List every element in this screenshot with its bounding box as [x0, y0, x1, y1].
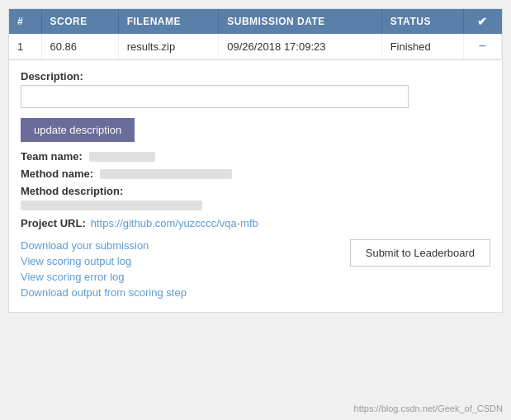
links-col: Download your submission View scoring ou…: [21, 239, 187, 299]
project-url-link[interactable]: https://github.com/yuzcccc/vqa-mfb: [91, 217, 258, 229]
detail-area: Description: update description Team nam…: [9, 59, 502, 312]
col-header-filename: FILENAME: [118, 9, 219, 34]
submissions-table: # SCORE FILENAME SUBMISSION DATE STATUS …: [9, 9, 502, 59]
download-output-link[interactable]: Download output from scoring step: [21, 286, 187, 299]
submit-leaderboard-button[interactable]: Submit to Leaderboard: [350, 239, 490, 267]
row-status: Finished: [381, 34, 463, 59]
method-name-label: Method name:: [21, 168, 93, 180]
description-label: Description:: [21, 70, 490, 83]
actions-row: Download your submission View scoring ou…: [21, 239, 490, 299]
method-description-row: Method description:: [21, 185, 490, 210]
view-scoring-error-link[interactable]: View scoring error log: [21, 271, 187, 283]
description-input[interactable]: [21, 85, 409, 108]
table-row: 1 60.86 results.zip 09/26/2018 17:09:23 …: [9, 34, 502, 59]
method-name-value: [100, 169, 232, 179]
method-description-label: Method description:: [21, 185, 490, 197]
description-field-row: Description:: [21, 70, 490, 108]
col-header-status: STATUS: [381, 9, 463, 34]
col-header-submission-date: SUBMISSION DATE: [219, 9, 381, 34]
row-number: 1: [9, 34, 41, 59]
view-scoring-output-link[interactable]: View scoring output log: [21, 255, 187, 267]
team-name-row: Team name:: [21, 150, 490, 163]
team-name-label: Team name:: [21, 150, 83, 163]
project-url-row: Project URL: https://github.com/yuzcccc/…: [21, 217, 490, 229]
watermark: https://blog.csdn.net/Geek_of_CSDN: [354, 403, 503, 413]
col-header-number: #: [9, 9, 41, 34]
col-header-check: ✔: [463, 9, 502, 34]
project-url-label: Project URL:: [21, 217, 86, 229]
row-filename: results.zip: [118, 34, 219, 59]
download-submission-link[interactable]: Download your submission: [21, 239, 187, 252]
row-score: 60.86: [41, 34, 118, 59]
check-icon: ✔: [477, 15, 488, 28]
row-action[interactable]: −: [463, 34, 502, 59]
team-name-value: [89, 152, 155, 162]
method-name-row: Method name:: [21, 168, 490, 180]
method-description-value: [21, 201, 202, 210]
col-header-score: SCORE: [41, 9, 118, 34]
minus-icon: −: [479, 39, 486, 53]
row-submission-date: 09/26/2018 17:09:23: [219, 34, 381, 59]
update-description-button[interactable]: update description: [21, 118, 135, 142]
